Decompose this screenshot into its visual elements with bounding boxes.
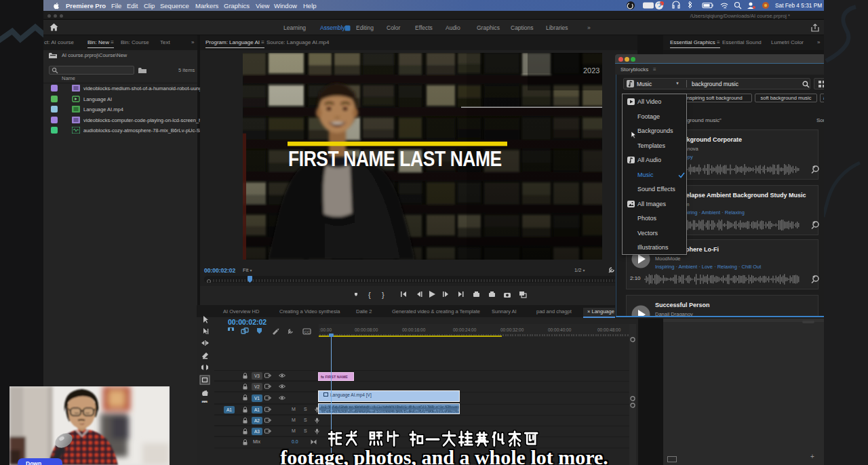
svg-text:{: { <box>368 291 371 299</box>
svg-text:2023: 2023 <box>583 66 599 75</box>
svg-text:FIRST NAME LAST NAME: FIRST NAME LAST NAME <box>288 147 502 171</box>
svg-text:fx 1xMhz-ay AEnok-sorvalle-: fx 1xMhz-ay AEnok-sorvalle-enterp-strsc-… <box>321 405 459 409</box>
svg-text:4K 4Rkz-zy AEnok-sorvalle-e: 4K 4Rkz-zy AEnok-sorvalle-enterp-strsc-1… <box>321 410 459 413</box>
svg-text:Sat Feb 4 5:31 PM: Sat Feb 4 5:31 PM <box>775 2 822 9</box>
svg-text:}: } <box>382 291 384 299</box>
svg-text:T: T <box>202 399 208 403</box>
svg-text:CC: CC <box>304 330 311 334</box>
